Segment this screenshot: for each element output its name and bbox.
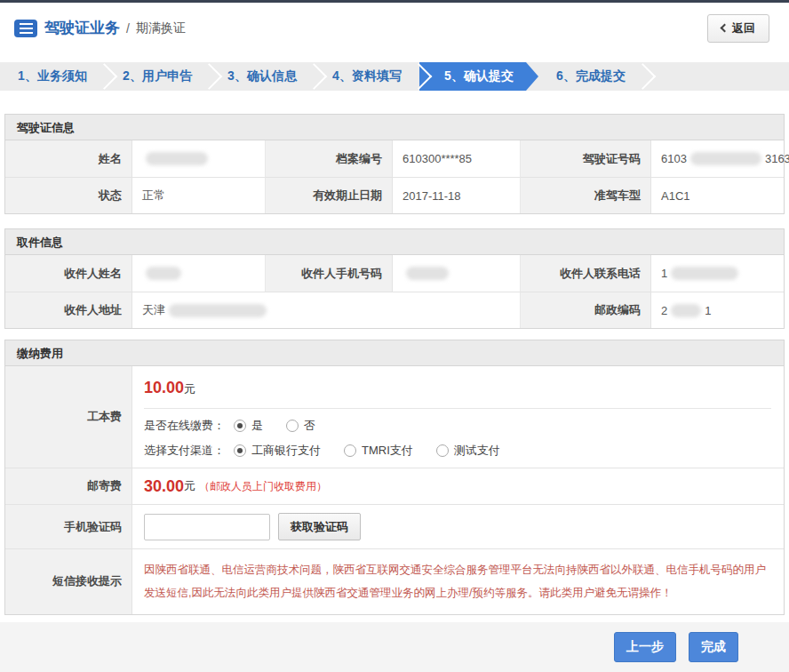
step-3-confirm-info[interactable]: 3、确认信息 (210, 62, 315, 91)
online-pay-yes-radio[interactable] (234, 420, 246, 432)
postcode-value: 21 (651, 292, 784, 328)
file-no-label: 档案编号 (266, 140, 393, 177)
post-fee-label: 邮寄费 (5, 468, 132, 504)
license-no-prefix: 6103 (661, 152, 687, 165)
page-header: 驾驶证业务 / 期满换证 返回 (0, 3, 789, 53)
step-5-confirm-submit[interactable]: 5、确认提交 (419, 62, 538, 91)
pay-channel-question: 选择支付渠道： (144, 443, 225, 459)
channel-test-radio[interactable] (436, 444, 449, 457)
sms-tip-cell: 因陕西省联通、电信运营商技术问题，陕西省互联网交通安全综合服务管理平台无法向持陕… (132, 548, 784, 614)
redacted-blur (690, 152, 761, 165)
sms-code-input[interactable] (144, 514, 270, 540)
phone-prefix: 1 (661, 267, 667, 280)
page-title: 驾驶证业务 (44, 18, 120, 38)
address-prefix: 天津 (142, 302, 165, 318)
sms-tip-text: 因陕西省联通、电信运营商技术问题，陕西省互联网交通安全综合服务管理平台无法向持陕… (132, 549, 784, 614)
work-fee-amount-line: 10.00元 (144, 366, 784, 408)
breadcrumb-current: 期满换证 (136, 20, 186, 36)
work-fee-unit: 元 (184, 382, 195, 396)
license-info-title: 驾驶证信息 (5, 115, 784, 140)
pickup-info-title: 取件信息 (5, 229, 784, 255)
back-button-label: 返回 (732, 20, 755, 36)
get-code-button[interactable]: 获取验证码 (278, 513, 361, 540)
channel-tmri-label: TMRI支付 (362, 443, 413, 459)
online-pay-yes-label: 是 (251, 418, 263, 434)
recipient-phone-value: 1 (651, 255, 784, 292)
vehicle-type-value: A1C1 (651, 177, 784, 213)
name-value-redacted (132, 140, 266, 177)
redacted-blur (406, 267, 449, 280)
post-fee-value: 30.00元 （邮政人员上门收取费用） (132, 468, 784, 504)
back-button[interactable]: 返回 (707, 14, 769, 43)
file-no-value: 610300****85 (393, 140, 521, 177)
step-6-complete-submit[interactable]: 6、完成提交 (538, 62, 643, 91)
status-label: 状态 (5, 177, 132, 213)
valid-date-value: 2017-11-18 (393, 177, 521, 213)
recipient-phone-label: 收件人联系电话 (521, 255, 651, 292)
step-4-fill-data[interactable]: 4、资料填写 (315, 62, 419, 91)
channel-icbc-radio[interactable] (234, 444, 246, 457)
address-value: 天津 (132, 292, 521, 328)
license-business-icon (14, 20, 37, 37)
breadcrumb-separator: / (126, 21, 130, 36)
finish-button[interactable]: 完成 (689, 632, 738, 662)
channel-test-label: 测试支付 (454, 443, 500, 459)
fee-divider (144, 408, 771, 409)
postcode-label: 邮政编码 (521, 292, 651, 328)
postcode-suffix: 1 (705, 304, 711, 317)
step-1-business-notice[interactable]: 1、业务须知 (0, 62, 105, 91)
address-label: 收件人地址 (5, 292, 132, 328)
redacted-blur (671, 267, 738, 280)
online-pay-no-radio[interactable] (286, 420, 299, 432)
recipient-mobile-label: 收件人手机号码 (266, 255, 393, 292)
pickup-info-section: 取件信息 收件人姓名 收件人手机号码 收件人联系电话 1 收件人地址 天津 邮政… (4, 228, 785, 329)
redacted-blur (146, 152, 208, 165)
sms-code-row: 获取验证码 (132, 504, 784, 548)
footer-bar: 上一步 完成 (0, 622, 789, 672)
recipient-name-label: 收件人姓名 (5, 255, 132, 292)
back-chevron-icon (721, 24, 729, 33)
work-fee-body: 10.00元 是否在线缴费： 是 否 选择支付渠道： 工商银行支付 TMRI支付… (132, 366, 784, 468)
license-no-suffix: 3163X (765, 152, 789, 165)
fees-title: 缴纳费用 (5, 340, 784, 366)
work-fee-amount: 10.00 (144, 379, 184, 396)
post-fee-note: （邮政人员上门收取费用） (199, 479, 327, 494)
recipient-name-value-redacted (132, 255, 266, 292)
valid-date-label: 有效期止日期 (266, 177, 393, 213)
status-value: 正常 (132, 177, 266, 213)
post-fee-amount: 30.00 (144, 477, 184, 496)
step-wizard-filler (643, 62, 789, 91)
online-pay-question: 是否在线缴费： (144, 418, 225, 434)
license-no-label: 驾驶证号码 (521, 140, 651, 177)
online-pay-row: 是否在线缴费： 是 否 (144, 418, 784, 434)
sms-tip-label: 短信接收提示 (5, 548, 132, 614)
step-2-user-declaration[interactable]: 2、用户申告 (105, 62, 210, 91)
previous-step-button[interactable]: 上一步 (614, 632, 676, 662)
redacted-blur (169, 304, 267, 317)
license-no-value: 61033163X (651, 140, 789, 177)
postcode-prefix: 2 (661, 304, 667, 317)
work-fee-label: 工本费 (5, 366, 132, 468)
license-info-section: 驾驶证信息 姓名 档案编号 610300****85 驾驶证号码 6103316… (4, 114, 785, 214)
step-wizard: 1、业务须知 2、用户申告 3、确认信息 4、资料填写 5、确认提交 6、完成提… (0, 62, 789, 91)
online-pay-no-label: 否 (304, 418, 315, 434)
redacted-blur (146, 267, 181, 280)
fees-section: 缴纳费用 工本费 10.00元 是否在线缴费： 是 否 选择支付渠道： 工商银行… (4, 340, 785, 615)
channel-tmri-radio[interactable] (344, 444, 356, 457)
sms-code-label: 手机验证码 (5, 504, 132, 548)
post-fee-unit: 元 (184, 478, 195, 494)
recipient-mobile-value-redacted (393, 255, 521, 292)
redacted-blur (671, 304, 701, 317)
pay-channel-row: 选择支付渠道： 工商银行支付 TMRI支付 测试支付 (144, 443, 784, 459)
channel-icbc-label: 工商银行支付 (251, 443, 321, 459)
name-label: 姓名 (5, 140, 132, 177)
vehicle-type-label: 准驾车型 (521, 177, 651, 213)
